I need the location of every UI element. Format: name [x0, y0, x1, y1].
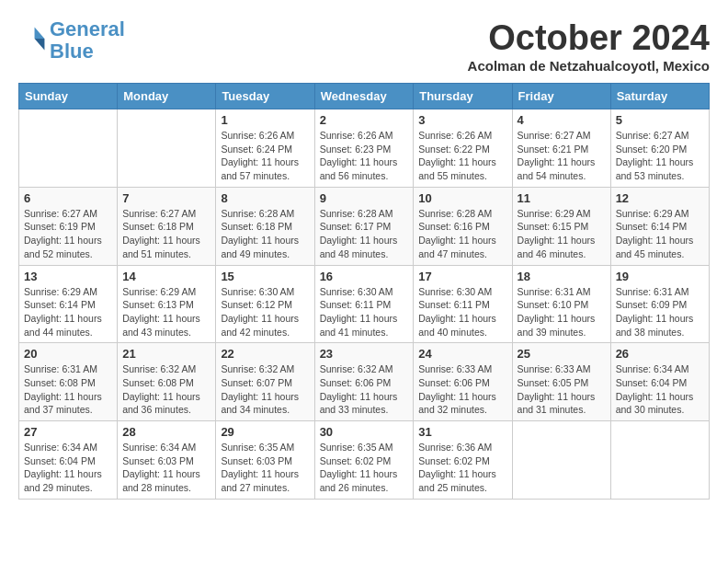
- svg-marker-0: [35, 28, 45, 39]
- calendar-cell: 31Sunrise: 6:36 AMSunset: 6:02 PMDayligh…: [414, 421, 512, 500]
- day-number: 8: [221, 191, 309, 205]
- day-number: 31: [418, 425, 506, 439]
- calendar-cell: 20Sunrise: 6:31 AMSunset: 6:08 PMDayligh…: [19, 343, 118, 421]
- day-info: Sunrise: 6:26 AMSunset: 6:22 PMDaylight:…: [418, 129, 506, 183]
- calendar-cell: 7Sunrise: 6:27 AMSunset: 6:18 PMDaylight…: [118, 187, 216, 265]
- day-number: 13: [24, 270, 112, 283]
- day-info: Sunrise: 6:31 AMSunset: 6:10 PMDaylight:…: [518, 285, 606, 339]
- day-number: 7: [122, 191, 210, 205]
- day-number: 25: [518, 347, 606, 361]
- calendar-cell: 3Sunrise: 6:26 AMSunset: 6:22 PMDaylight…: [414, 109, 512, 188]
- calendar-cell: 23Sunrise: 6:32 AMSunset: 6:06 PMDayligh…: [314, 343, 414, 421]
- day-number: 20: [24, 347, 112, 361]
- calendar-cell: 11Sunrise: 6:29 AMSunset: 6:15 PMDayligh…: [512, 187, 610, 265]
- calendar-cell: 12Sunrise: 6:29 AMSunset: 6:14 PMDayligh…: [610, 187, 709, 265]
- day-info: Sunrise: 6:27 AMSunset: 6:21 PMDaylight:…: [518, 129, 606, 183]
- day-info: Sunrise: 6:27 AMSunset: 6:20 PMDaylight:…: [616, 129, 704, 183]
- calendar-cell: 14Sunrise: 6:29 AMSunset: 6:13 PMDayligh…: [118, 265, 216, 343]
- day-info: Sunrise: 6:34 AMSunset: 6:04 PMDaylight:…: [24, 441, 112, 495]
- calendar-cell: 13Sunrise: 6:29 AMSunset: 6:14 PMDayligh…: [19, 265, 118, 343]
- day-number: 1: [221, 113, 309, 127]
- day-number: 10: [418, 191, 506, 205]
- calendar-week-row: 20Sunrise: 6:31 AMSunset: 6:08 PMDayligh…: [19, 343, 710, 421]
- day-number: 11: [518, 191, 606, 205]
- calendar-cell: 18Sunrise: 6:31 AMSunset: 6:10 PMDayligh…: [512, 265, 610, 343]
- calendar-cell: 19Sunrise: 6:31 AMSunset: 6:09 PMDayligh…: [610, 265, 709, 343]
- calendar-cell: 27Sunrise: 6:34 AMSunset: 6:04 PMDayligh…: [19, 421, 118, 500]
- weekday-header: Thursday: [414, 84, 512, 109]
- day-info: Sunrise: 6:35 AMSunset: 6:02 PMDaylight:…: [320, 441, 409, 495]
- day-number: 16: [320, 270, 409, 283]
- logo-line1: General: [50, 18, 125, 40]
- calendar-week-row: 1Sunrise: 6:26 AMSunset: 6:24 PMDaylight…: [19, 109, 710, 188]
- day-info: Sunrise: 6:28 AMSunset: 6:17 PMDaylight:…: [320, 207, 409, 261]
- logo: General Blue: [18, 18, 125, 63]
- calendar-cell: 2Sunrise: 6:26 AMSunset: 6:23 PMDaylight…: [314, 109, 414, 188]
- day-number: 5: [616, 113, 704, 127]
- month-title: October 2024: [468, 18, 710, 58]
- day-number: 2: [320, 113, 409, 127]
- day-number: 29: [221, 425, 309, 439]
- title-section: October 2024 Acolman de Netzahualcoyotl,…: [468, 18, 710, 74]
- day-info: Sunrise: 6:29 AMSunset: 6:14 PMDaylight:…: [616, 207, 704, 261]
- day-number: 21: [122, 347, 210, 361]
- location: Acolman de Netzahualcoyotl, Mexico: [468, 58, 710, 74]
- weekday-header: Saturday: [610, 84, 709, 109]
- calendar-cell: 1Sunrise: 6:26 AMSunset: 6:24 PMDaylight…: [216, 109, 314, 188]
- calendar-cell: 25Sunrise: 6:33 AMSunset: 6:05 PMDayligh…: [512, 343, 610, 421]
- day-number: 27: [24, 425, 112, 439]
- calendar-week-row: 6Sunrise: 6:27 AMSunset: 6:19 PMDaylight…: [19, 187, 710, 265]
- day-number: 14: [122, 270, 210, 283]
- calendar-table: SundayMondayTuesdayWednesdayThursdayFrid…: [18, 83, 710, 500]
- day-number: 23: [320, 347, 409, 361]
- calendar-cell: 8Sunrise: 6:28 AMSunset: 6:18 PMDaylight…: [216, 187, 314, 265]
- calendar-cell: 10Sunrise: 6:28 AMSunset: 6:16 PMDayligh…: [414, 187, 512, 265]
- day-number: 12: [616, 191, 704, 205]
- day-info: Sunrise: 6:34 AMSunset: 6:04 PMDaylight:…: [616, 362, 704, 417]
- day-number: 15: [221, 270, 309, 283]
- day-info: Sunrise: 6:30 AMSunset: 6:12 PMDaylight:…: [221, 285, 309, 339]
- calendar-cell: 9Sunrise: 6:28 AMSunset: 6:17 PMDaylight…: [314, 187, 414, 265]
- weekday-header: Monday: [118, 84, 216, 109]
- day-info: Sunrise: 6:31 AMSunset: 6:08 PMDaylight:…: [24, 362, 112, 417]
- calendar-cell: 22Sunrise: 6:32 AMSunset: 6:07 PMDayligh…: [216, 343, 314, 421]
- day-info: Sunrise: 6:29 AMSunset: 6:13 PMDaylight:…: [122, 285, 210, 339]
- day-info: Sunrise: 6:36 AMSunset: 6:02 PMDaylight:…: [418, 441, 506, 495]
- day-number: 17: [418, 270, 506, 283]
- day-info: Sunrise: 6:30 AMSunset: 6:11 PMDaylight:…: [418, 285, 506, 339]
- weekday-header: Sunday: [19, 84, 118, 109]
- day-number: 18: [518, 270, 606, 283]
- day-number: 9: [320, 191, 409, 205]
- logo-line2: Blue: [50, 40, 125, 63]
- day-info: Sunrise: 6:26 AMSunset: 6:23 PMDaylight:…: [320, 129, 409, 183]
- calendar-cell: [19, 109, 118, 188]
- day-number: 26: [616, 347, 704, 361]
- calendar-cell: [610, 421, 709, 500]
- day-info: Sunrise: 6:29 AMSunset: 6:15 PMDaylight:…: [518, 207, 606, 261]
- calendar-cell: [118, 109, 216, 188]
- day-info: Sunrise: 6:32 AMSunset: 6:08 PMDaylight:…: [122, 362, 210, 417]
- calendar-cell: 4Sunrise: 6:27 AMSunset: 6:21 PMDaylight…: [512, 109, 610, 188]
- day-info: Sunrise: 6:34 AMSunset: 6:03 PMDaylight:…: [122, 441, 210, 495]
- svg-marker-1: [35, 39, 45, 50]
- day-number: 3: [418, 113, 506, 127]
- day-info: Sunrise: 6:27 AMSunset: 6:19 PMDaylight:…: [24, 207, 112, 261]
- calendar-cell: 24Sunrise: 6:33 AMSunset: 6:06 PMDayligh…: [414, 343, 512, 421]
- day-info: Sunrise: 6:30 AMSunset: 6:11 PMDaylight:…: [320, 285, 409, 339]
- day-number: 19: [616, 270, 704, 283]
- day-info: Sunrise: 6:26 AMSunset: 6:24 PMDaylight:…: [221, 129, 309, 183]
- calendar-cell: 29Sunrise: 6:35 AMSunset: 6:03 PMDayligh…: [216, 421, 314, 500]
- day-info: Sunrise: 6:28 AMSunset: 6:18 PMDaylight:…: [221, 207, 309, 261]
- calendar-week-row: 13Sunrise: 6:29 AMSunset: 6:14 PMDayligh…: [19, 265, 710, 343]
- weekday-header: Tuesday: [216, 84, 314, 109]
- day-info: Sunrise: 6:35 AMSunset: 6:03 PMDaylight:…: [221, 441, 309, 495]
- weekday-header: Friday: [512, 84, 610, 109]
- calendar-cell: 15Sunrise: 6:30 AMSunset: 6:12 PMDayligh…: [216, 265, 314, 343]
- day-number: 28: [122, 425, 210, 439]
- calendar-cell: 26Sunrise: 6:34 AMSunset: 6:04 PMDayligh…: [610, 343, 709, 421]
- calendar-cell: [512, 421, 610, 500]
- day-number: 6: [24, 191, 112, 205]
- day-info: Sunrise: 6:28 AMSunset: 6:16 PMDaylight:…: [418, 207, 506, 261]
- day-number: 30: [320, 425, 409, 439]
- calendar-cell: 30Sunrise: 6:35 AMSunset: 6:02 PMDayligh…: [314, 421, 414, 500]
